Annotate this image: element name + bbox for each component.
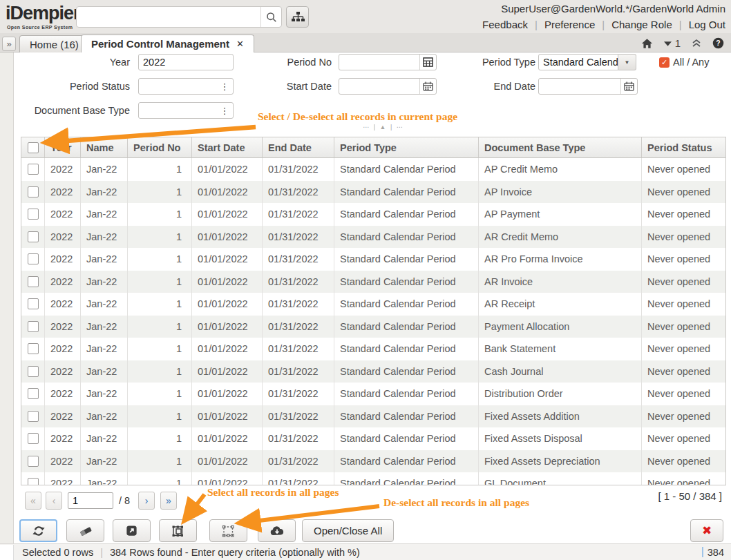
cell-period-status: Never opened — [642, 360, 725, 383]
cell-period-type: Standard Calendar Period — [334, 427, 479, 450]
table-row[interactable]: 2022 Jan-22 1 01/01/2022 01/31/2022 Stan… — [21, 427, 725, 450]
table-row[interactable]: 2022 Jan-22 1 01/01/2022 01/31/2022 Stan… — [21, 293, 725, 316]
doc-base-type-input[interactable] — [139, 103, 216, 118]
open-close-all-button[interactable]: Open/Close All — [302, 519, 394, 542]
cell-start-date: 01/01/2022 — [192, 405, 263, 428]
period-no-input[interactable] — [339, 55, 419, 70]
table-row[interactable]: 2022 Jan-22 1 01/01/2022 01/31/2022 Stan… — [21, 271, 725, 293]
page-number-input[interactable] — [68, 492, 113, 509]
row-checkbox[interactable] — [28, 321, 39, 332]
tab-overflow-chevron[interactable]: » — [2, 37, 16, 51]
row-checkbox[interactable] — [28, 253, 39, 264]
period-no-lookup-button[interactable] — [419, 55, 436, 70]
col-period-type[interactable]: Period Type — [334, 137, 479, 157]
table-row[interactable]: 2022 Jan-22 1 01/01/2022 01/31/2022 Stan… — [21, 226, 725, 249]
prev-page-button[interactable]: ‹ — [46, 492, 62, 510]
col-start-date[interactable]: Start Date — [192, 137, 263, 157]
col-name[interactable]: Name — [81, 137, 128, 157]
total-rows-count: 384 — [708, 547, 724, 558]
row-checkbox[interactable] — [28, 231, 39, 242]
archive-button[interactable] — [258, 519, 296, 542]
west-panel-collapsed[interactable] — [0, 52, 14, 560]
collapse-header-button[interactable] — [692, 39, 701, 48]
select-page-checkbox[interactable] — [28, 142, 39, 153]
col-period-status[interactable]: Period Status — [642, 137, 725, 157]
col-year[interactable]: Year — [45, 137, 81, 157]
cell-period-status: Never opened — [642, 450, 725, 473]
table-row[interactable]: 2022 Jan-22 1 01/01/2022 01/31/2022 Stan… — [21, 383, 725, 405]
row-checkbox[interactable] — [28, 433, 39, 444]
period-status-input[interactable] — [139, 79, 216, 94]
preference-link[interactable]: Preference — [544, 19, 595, 30]
export-button[interactable] — [113, 519, 151, 542]
table-row[interactable]: 2022 Jan-22 1 01/01/2022 01/31/2022 Stan… — [21, 450, 725, 473]
all-any-checkbox[interactable]: ✓ — [659, 57, 670, 68]
table-row[interactable]: 2022 Jan-22 1 01/01/2022 01/31/2022 Stan… — [21, 203, 725, 226]
period-type-dropdown-button[interactable]: ▼ — [618, 54, 636, 70]
refresh-button[interactable] — [19, 519, 57, 542]
table-row[interactable]: 2022 Jan-22 1 01/01/2022 01/31/2022 Stan… — [21, 316, 725, 338]
table-row[interactable]: 2022 Jan-22 1 01/01/2022 01/31/2022 Stan… — [21, 338, 725, 360]
first-page-button[interactable]: « — [25, 492, 41, 510]
table-row[interactable]: 2022 Jan-22 1 01/01/2022 01/31/2022 Stan… — [21, 248, 725, 271]
tab-home[interactable]: Home (16) — [19, 35, 89, 52]
change-role-link[interactable]: Change Role — [611, 19, 672, 30]
window-selector[interactable]: 1 — [664, 37, 681, 49]
cell-period-type: Standard Calendar Period — [334, 360, 479, 383]
tab-period-control-management[interactable]: Period Control Management ✕ — [81, 35, 254, 52]
select-all-button[interactable] — [159, 519, 197, 542]
tab-close-icon[interactable]: ✕ — [236, 39, 244, 49]
row-checkbox[interactable] — [28, 388, 39, 399]
cell-period-status: Never opened — [642, 203, 725, 226]
col-period-no[interactable]: Period No — [128, 137, 192, 157]
table-row[interactable]: 2022 Jan-22 1 01/01/2022 01/31/2022 Stan… — [21, 405, 725, 428]
row-checkbox[interactable] — [28, 276, 39, 287]
cell-end-date: 01/31/2022 — [263, 472, 334, 485]
last-page-button[interactable]: » — [160, 492, 177, 510]
row-checkbox[interactable] — [28, 366, 39, 377]
period-type-select[interactable]: Standard Calendar — [538, 54, 618, 70]
help-button[interactable]: ? — [712, 37, 724, 49]
doc-base-type-lookup-button[interactable]: ⋮ — [216, 103, 233, 118]
cell-name: Jan-22 — [81, 158, 128, 181]
cell-period-type: Standard Calendar Period — [334, 405, 479, 428]
col-doc-base-type[interactable]: Document Base Type — [479, 137, 642, 157]
start-date-calendar-button[interactable] — [419, 79, 436, 94]
row-checkbox[interactable] — [28, 298, 39, 309]
table-row[interactable]: 2022 Jan-22 1 01/01/2022 01/31/2022 Stan… — [21, 181, 725, 204]
next-page-button[interactable]: › — [138, 492, 155, 510]
table-row[interactable]: 2022 Jan-22 1 01/01/2022 01/31/2022 Stan… — [21, 158, 725, 181]
deselect-all-button[interactable] — [209, 519, 247, 542]
row-checkbox[interactable] — [28, 343, 39, 354]
end-date-input[interactable] — [539, 79, 620, 94]
col-end-date[interactable]: End Date — [263, 137, 334, 157]
search-button[interactable] — [260, 7, 281, 27]
table-row[interactable]: 2022 Jan-22 1 01/01/2022 01/31/2022 Stan… — [21, 472, 725, 485]
close-window-button[interactable]: ✖ — [690, 519, 723, 542]
period-status-lookup-button[interactable]: ⋮ — [216, 79, 233, 94]
start-date-input[interactable] — [339, 79, 419, 94]
reset-button[interactable] — [66, 519, 104, 542]
cell-period-status: Never opened — [642, 383, 725, 405]
row-checkbox[interactable] — [28, 478, 39, 485]
search-input[interactable] — [77, 7, 260, 27]
row-checkbox[interactable] — [28, 186, 39, 197]
row-checkbox[interactable] — [28, 411, 39, 422]
cell-period-no: 1 — [128, 427, 192, 450]
cell-start-date: 01/01/2022 — [192, 427, 263, 450]
sitemap-button[interactable] — [286, 6, 309, 28]
cell-start-date: 01/01/2022 — [192, 226, 263, 249]
home-button[interactable] — [641, 38, 653, 49]
row-checkbox[interactable] — [28, 164, 39, 175]
table-row[interactable]: 2022 Jan-22 1 01/01/2022 01/31/2022 Stan… — [21, 360, 725, 383]
row-checkbox[interactable] — [28, 456, 39, 467]
cell-period-status: Never opened — [642, 271, 725, 293]
splitter-handle[interactable]: ⋯ | ▲ | ⋯ — [339, 124, 428, 131]
logout-link[interactable]: Log Out — [689, 19, 725, 30]
end-date-calendar-button[interactable] — [620, 79, 637, 94]
feedback-link[interactable]: Feedback — [482, 19, 528, 30]
row-checkbox[interactable] — [28, 209, 39, 220]
year-input[interactable] — [139, 55, 233, 70]
cell-period-no: 1 — [128, 450, 192, 473]
cell-name: Jan-22 — [81, 271, 128, 293]
